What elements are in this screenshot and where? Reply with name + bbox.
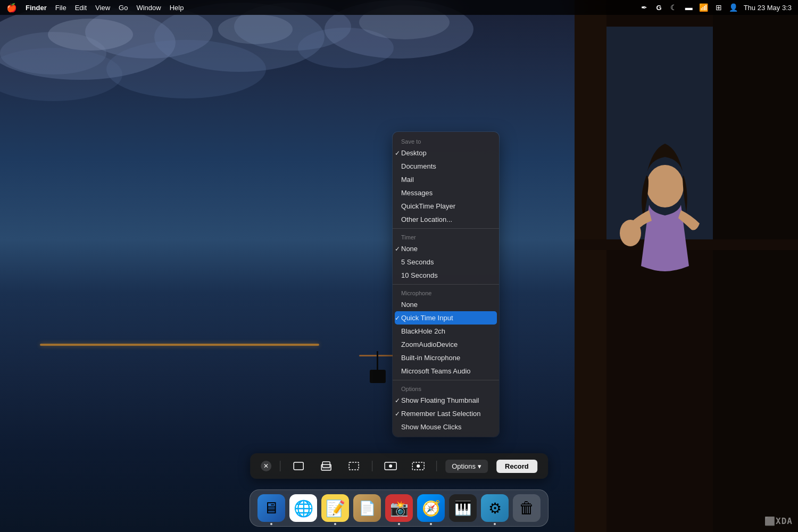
pen-icon[interactable]: ✒ bbox=[639, 3, 649, 12]
menu-mail[interactable]: Mail bbox=[393, 173, 499, 186]
menu-timer-5s[interactable]: 5 Seconds bbox=[393, 255, 499, 269]
svg-point-8 bbox=[106, 40, 266, 98]
svg-point-10 bbox=[218, 14, 293, 44]
menu-mic-blackhole[interactable]: BlackHole 2ch bbox=[393, 325, 499, 338]
dock-quill[interactable]: 📄 bbox=[353, 494, 381, 522]
recording-toolbar: ✕ Options ▾ Record bbox=[250, 453, 548, 479]
menu-messages[interactable]: Messages bbox=[393, 186, 499, 200]
menu-timer-10s[interactable]: 10 Seconds bbox=[393, 269, 499, 282]
menu-go[interactable]: Go bbox=[119, 4, 128, 12]
menu-timer-none[interactable]: ✓ None bbox=[393, 242, 499, 255]
svg-rect-22 bbox=[349, 462, 359, 470]
svg-rect-13 bbox=[606, 27, 713, 239]
svg-point-17 bbox=[646, 165, 684, 207]
menu-file[interactable]: File bbox=[55, 4, 66, 12]
moon-icon[interactable]: ☾ bbox=[669, 3, 679, 12]
menu-documents[interactable]: Documents bbox=[393, 160, 499, 173]
menu-mic-builtin[interactable]: Built-in Microphone bbox=[393, 351, 499, 364]
svg-point-9 bbox=[48, 19, 133, 51]
record-selection-btn[interactable] bbox=[409, 459, 428, 473]
dock-chrome[interactable]: 🌐 bbox=[289, 494, 317, 522]
dock-piano[interactable]: 🎹 bbox=[449, 494, 477, 522]
svg-point-26 bbox=[417, 464, 420, 468]
toolbar-divider-3 bbox=[436, 461, 437, 471]
apple-menu[interactable]: 🍎 bbox=[6, 3, 17, 13]
toolbar-divider-1 bbox=[280, 461, 280, 471]
menu-mic-quicktime[interactable]: ✓ Quick Time Input bbox=[395, 311, 497, 325]
capture-screenshot-btn[interactable] bbox=[289, 459, 308, 473]
toolbar-divider-2 bbox=[372, 461, 372, 471]
menu-show-mouse-clicks[interactable]: Show Mouse Clicks bbox=[393, 420, 499, 434]
menu-remember-selection[interactable]: ✓ Remember Last Selection bbox=[393, 407, 499, 420]
ocean-light-1 bbox=[40, 344, 319, 346]
wifi-icon[interactable]: 📶 bbox=[699, 3, 709, 12]
thumbnail-check: ✓ bbox=[395, 397, 400, 404]
desktop-check: ✓ bbox=[395, 149, 400, 157]
control-center-icon[interactable]: ⊞ bbox=[714, 3, 724, 12]
building-svg bbox=[575, 0, 798, 532]
timer-header: Timer bbox=[393, 231, 499, 242]
battery-icon[interactable]: ▬ bbox=[684, 3, 694, 12]
ship-silhouette bbox=[367, 351, 388, 383]
quicktime-check: ✓ bbox=[395, 314, 400, 322]
menu-other-location[interactable]: Other Location... bbox=[393, 213, 499, 226]
menu-mic-none[interactable]: None bbox=[393, 298, 499, 311]
menu-view[interactable]: View bbox=[95, 4, 110, 12]
separator-2 bbox=[393, 284, 499, 285]
dock: 🖥 🌐 📝 📄 📸 🧭 🎹 ⚙ 🗑 bbox=[250, 489, 548, 527]
menubar-clock: Thu 23 May 3:3 bbox=[744, 4, 792, 12]
options-button[interactable]: Options ▾ bbox=[445, 460, 488, 473]
close-button[interactable]: ✕ bbox=[261, 461, 271, 471]
svg-rect-14 bbox=[575, 0, 606, 532]
capture-window-btn[interactable] bbox=[317, 459, 336, 473]
menu-edit[interactable]: Edit bbox=[75, 4, 87, 12]
svg-rect-21 bbox=[321, 464, 331, 470]
options-header: Options bbox=[393, 383, 499, 394]
menu-show-thumbnail[interactable]: ✓ Show Floating Thumbnail bbox=[393, 394, 499, 407]
separator-1 bbox=[393, 228, 499, 229]
app-name[interactable]: Finder bbox=[26, 4, 47, 12]
dock-finder[interactable]: 🖥 bbox=[257, 494, 285, 522]
building-frame bbox=[575, 0, 798, 532]
grammarly-icon[interactable]: G bbox=[654, 4, 664, 12]
capture-selection-btn[interactable] bbox=[344, 459, 363, 473]
user-icon[interactable]: 👤 bbox=[729, 3, 738, 12]
record-fullscreen-btn[interactable] bbox=[381, 459, 400, 473]
menu-help[interactable]: Help bbox=[170, 4, 184, 12]
dock-safari[interactable]: 🧭 bbox=[417, 494, 445, 522]
dock-trash[interactable]: 🗑 bbox=[513, 494, 541, 522]
record-button[interactable]: Record bbox=[496, 460, 537, 473]
save-to-header: Save to bbox=[393, 135, 499, 146]
menu-mic-zoom[interactable]: ZoomAudioDevice bbox=[393, 338, 499, 351]
svg-rect-19 bbox=[294, 462, 303, 470]
menu-window[interactable]: Window bbox=[136, 4, 161, 12]
svg-point-18 bbox=[620, 220, 641, 246]
xda-watermark: ⬜XDA bbox=[764, 516, 793, 527]
svg-rect-15 bbox=[713, 0, 798, 532]
separator-3 bbox=[393, 380, 499, 380]
timer-none-check: ✓ bbox=[395, 245, 400, 253]
dock-settings[interactable]: ⚙ bbox=[481, 494, 509, 522]
svg-point-24 bbox=[389, 464, 392, 468]
dock-notes[interactable]: 📝 bbox=[321, 494, 349, 522]
remember-check: ✓ bbox=[395, 410, 400, 418]
dock-toolbox[interactable]: 📸 bbox=[385, 494, 413, 522]
menu-desktop[interactable]: ✓ Desktop bbox=[393, 146, 499, 160]
menubar: 🍎 Finder File Edit View Go Window Help ✒… bbox=[0, 0, 798, 15]
menu-quicktime-player[interactable]: QuickTime Player bbox=[393, 200, 499, 213]
options-dropdown: Save to ✓ Desktop Documents Mail Message… bbox=[393, 132, 499, 437]
microphone-header: Microphone bbox=[393, 287, 499, 298]
menu-mic-teams[interactable]: Microsoft Teams Audio bbox=[393, 364, 499, 378]
